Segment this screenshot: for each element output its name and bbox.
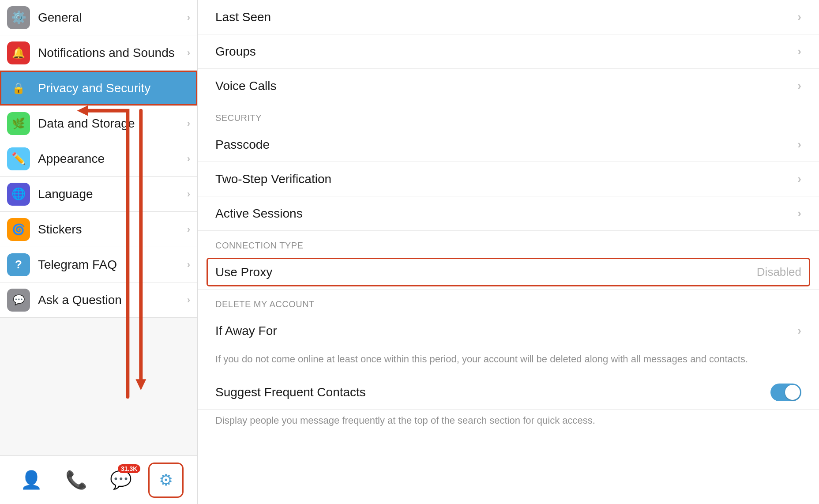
- nav-settings[interactable]: ⚙: [148, 463, 184, 498]
- row-groups[interactable]: Groups ›: [198, 34, 819, 69]
- chevron-icon: ›: [797, 45, 801, 58]
- sidebar-item-label: Data and Storage: [38, 117, 187, 131]
- sidebar-item-label: Stickers: [38, 222, 187, 237]
- chevron-icon: ›: [797, 207, 801, 220]
- row-use-proxy[interactable]: Use Proxy Disabled: [198, 255, 819, 290]
- sidebar-item-label: Language: [38, 187, 187, 201]
- sidebar-items: ⚙️ General › 🔔 Notifications and Sounds …: [0, 0, 197, 455]
- if-away-label: If Away For: [215, 324, 797, 338]
- row-label: Last Seen: [215, 10, 797, 24]
- row-passcode[interactable]: Passcode ›: [198, 128, 819, 162]
- sidebar-item-general[interactable]: ⚙️ General ›: [0, 0, 197, 35]
- row-if-away[interactable]: If Away For ›: [198, 314, 819, 348]
- sidebar-item-faq[interactable]: ? Telegram FAQ ›: [0, 247, 197, 282]
- row-label: Passcode: [215, 138, 797, 152]
- nav-chats[interactable]: 💬 31.3K: [103, 463, 139, 498]
- sidebar-item-language[interactable]: 🌐 Language ›: [0, 177, 197, 212]
- delete-account-header: DELETE MY ACCOUNT: [198, 290, 819, 314]
- chevron-icon: ›: [797, 172, 801, 186]
- chevron-icon: ›: [187, 118, 190, 129]
- chevron-icon: ›: [187, 294, 190, 306]
- row-two-step[interactable]: Two-Step Verification ›: [198, 162, 819, 196]
- chevron-icon: ›: [187, 47, 190, 59]
- sidebar-item-label: Ask a Question: [38, 293, 187, 307]
- sidebar-item-privacy[interactable]: 🔒 Privacy and Security: [0, 71, 197, 106]
- row-suggest-frequent[interactable]: Suggest Frequent Contacts: [198, 375, 819, 410]
- if-away-description: If you do not come online at least once …: [198, 348, 819, 375]
- sidebar-item-label: Telegram FAQ: [38, 258, 187, 272]
- sidebar-item-data[interactable]: 🌿 Data and Storage ›: [0, 106, 197, 141]
- chevron-icon: ›: [797, 10, 801, 24]
- sidebar: ⚙️ General › 🔔 Notifications and Sounds …: [0, 0, 198, 504]
- nav-contacts[interactable]: 👤: [14, 463, 49, 498]
- settings-icon: ⚙: [159, 471, 173, 489]
- proxy-value: Disabled: [757, 265, 801, 279]
- notifications-icon: 🔔: [7, 41, 30, 64]
- sidebar-item-label: Appearance: [38, 152, 187, 166]
- row-label: Voice Calls: [215, 79, 797, 93]
- general-icon: ⚙️: [7, 6, 30, 29]
- sidebar-item-notifications[interactable]: 🔔 Notifications and Sounds ›: [0, 35, 197, 71]
- row-label: Groups: [215, 45, 797, 59]
- chevron-icon: ›: [797, 79, 801, 93]
- calls-icon: 📞: [65, 470, 87, 490]
- content-panel: Last Seen › Groups › Voice Calls › SECUR…: [198, 0, 819, 504]
- row-active-sessions[interactable]: Active Sessions ›: [198, 196, 819, 231]
- connection-type-header: CONNECTION TYPE: [198, 231, 819, 255]
- row-label: Two-Step Verification: [215, 172, 797, 186]
- suggest-description: Display people you message frequently at…: [198, 410, 819, 436]
- use-proxy-label: Use Proxy: [215, 265, 757, 279]
- chats-badge: 31.3K: [118, 464, 140, 473]
- contacts-icon: 👤: [20, 470, 42, 490]
- sidebar-item-stickers[interactable]: 🌀 Stickers ›: [0, 212, 197, 247]
- bottom-nav: 👤 📞 💬 31.3K ⚙: [0, 455, 197, 504]
- row-voice-calls[interactable]: Voice Calls ›: [198, 69, 819, 103]
- sidebar-item-label: General: [38, 11, 187, 25]
- chevron-icon: ›: [187, 259, 190, 271]
- row-label: Active Sessions: [215, 207, 797, 221]
- stickers-icon: 🌀: [7, 218, 30, 241]
- chevron-icon: ›: [797, 138, 801, 151]
- privacy-icon: 🔒: [7, 77, 30, 100]
- chevron-icon: ›: [187, 188, 190, 200]
- row-last-seen[interactable]: Last Seen ›: [198, 0, 819, 34]
- faq-icon: ?: [7, 253, 30, 276]
- sidebar-item-ask[interactable]: 💬 Ask a Question ›: [0, 282, 197, 318]
- chevron-icon: ›: [187, 224, 190, 235]
- suggest-label: Suggest Frequent Contacts: [215, 385, 770, 399]
- ask-icon: 💬: [7, 289, 30, 312]
- language-icon: 🌐: [7, 183, 30, 206]
- nav-calls[interactable]: 📞: [59, 463, 94, 498]
- appearance-icon: ✏️: [7, 147, 30, 170]
- sidebar-item-label: Privacy and Security: [38, 81, 190, 95]
- security-header: SECURITY: [198, 103, 819, 128]
- chevron-icon: ›: [187, 12, 190, 23]
- chevron-icon: ›: [797, 324, 801, 338]
- suggest-toggle[interactable]: [770, 384, 801, 401]
- sidebar-item-appearance[interactable]: ✏️ Appearance ›: [0, 141, 197, 177]
- data-icon: 🌿: [7, 112, 30, 135]
- chevron-icon: ›: [187, 153, 190, 165]
- sidebar-item-label: Notifications and Sounds: [38, 46, 187, 60]
